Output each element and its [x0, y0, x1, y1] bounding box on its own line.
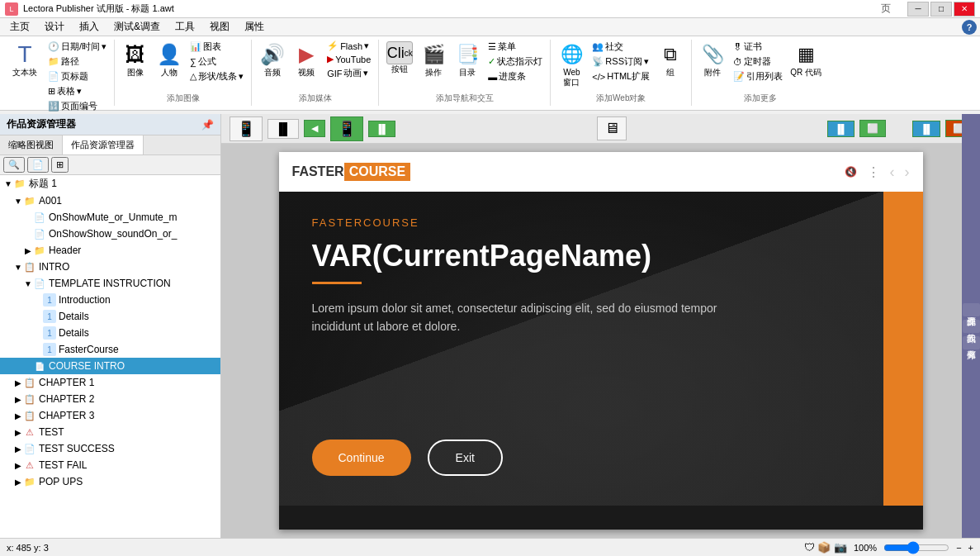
prev-icon[interactable]: ‹	[890, 164, 895, 181]
toggle-template[interactable]: ▼	[23, 279, 33, 288]
tree-item-test[interactable]: ▶ ⚠ TEST	[0, 424, 220, 440]
path-button[interactable]: 📁路径	[45, 55, 109, 69]
timer-button[interactable]: ⏱定时器	[731, 55, 785, 69]
animation-button[interactable]: GIF动画▾	[324, 66, 373, 80]
toggle-test-success[interactable]: ▶	[13, 444, 23, 454]
toggle-test[interactable]: ▶	[13, 428, 23, 437]
zoom-plus[interactable]: +	[968, 543, 973, 553]
html-ext-button[interactable]: </>HTML扩展	[589, 69, 652, 83]
continue-button[interactable]: Continue	[312, 440, 411, 476]
panel-pin-icon[interactable]: 📌	[201, 119, 214, 131]
button-btn[interactable]: Click 按钮	[384, 40, 415, 76]
sidebar-btn-library[interactable]: 我的库	[963, 320, 980, 333]
toggle-title1[interactable]: ▼	[3, 179, 13, 188]
next-icon[interactable]: ›	[905, 164, 910, 181]
toc-button[interactable]: 📑 目录	[452, 40, 483, 79]
tree-item-fastercourse-page[interactable]: 1 FasterCourse	[0, 341, 220, 358]
person-button[interactable]: 👤 人物	[154, 40, 185, 79]
device-split[interactable]: ▐▌	[368, 121, 396, 137]
maximize-button[interactable]: □	[930, 2, 952, 17]
image-button[interactable]: 🖼 图像	[120, 40, 151, 79]
toggle-ch1[interactable]: ▶	[13, 378, 23, 387]
exit-button[interactable]: Exit	[428, 440, 503, 476]
device-desktop[interactable]: 🖥	[597, 116, 627, 140]
tree-item-ch2[interactable]: ▶ 📋 CHAPTER 2	[0, 391, 220, 407]
qr-button[interactable]: ▦ QR 代码	[788, 40, 824, 79]
help-button[interactable]: ?	[962, 20, 977, 35]
menu-home[interactable]: 主页	[3, 18, 36, 36]
panel-tab-thumbnail[interactable]: 缩略图视图	[0, 135, 63, 154]
video-button[interactable]: ▶ 视频	[291, 40, 322, 79]
device-side3[interactable]: ▐▌	[912, 121, 940, 137]
device-side2[interactable]: ⬜	[859, 120, 886, 137]
sidebar-btn-storage[interactable]: 有储库	[963, 336, 980, 349]
device-side1[interactable]: ▐▌	[827, 121, 855, 137]
page-title-button[interactable]: 📄页标题	[45, 69, 109, 83]
ref-button[interactable]: 📝引用列表	[731, 69, 785, 83]
tree-item-course-intro[interactable]: 📄 COURSE INTRO	[0, 358, 220, 374]
tree-item-intro[interactable]: ▼ 📋 INTRO	[0, 259, 220, 275]
table-button[interactable]: ⊞表格▾	[45, 84, 109, 98]
toolbar-btn-1[interactable]: 🔍	[3, 157, 25, 173]
youtube-button[interactable]: ▶YouTube	[324, 53, 373, 65]
tree-item-a001[interactable]: ▼ 📁 A001	[0, 192, 220, 209]
tree-item-details1[interactable]: 1 Details	[0, 308, 220, 325]
group-button[interactable]: ⧉ 组	[655, 40, 686, 79]
volume-icon[interactable]: 🔇	[845, 166, 857, 178]
tree-item-template[interactable]: ▼ 📄 TEMPLATE INSTRUCTION	[0, 275, 220, 292]
device-small-tablet[interactable]: ▐▌	[267, 119, 299, 139]
menu-dots-icon[interactable]: ⋮	[867, 164, 880, 180]
device-tablet[interactable]: 📱	[330, 116, 363, 141]
menu-test[interactable]: 测试&调查	[107, 18, 167, 36]
tree-item-onshow2[interactable]: 📄 OnShowShow_soundOn_or_	[0, 226, 220, 242]
toggle-ch2[interactable]: ▶	[13, 395, 23, 404]
toggle-ch3[interactable]: ▶	[13, 411, 23, 421]
status-indicator-button[interactable]: ✓状态指示灯	[485, 55, 545, 69]
tree-item-test-success[interactable]: ▶ 📄 TEST SUCCESS	[0, 440, 220, 457]
device-back-btn[interactable]: ◀	[304, 120, 325, 137]
menu-insert[interactable]: 插入	[73, 18, 106, 36]
page-number-button[interactable]: 🔢页面编号	[45, 99, 109, 113]
social-button[interactable]: 👥社交	[589, 40, 652, 54]
tree-item-onshow1[interactable]: 📄 OnShowMute_or_Unmute_m	[0, 209, 220, 226]
toggle-intro[interactable]: ▼	[13, 263, 23, 272]
tree-item-ch1[interactable]: ▶ 📋 CHAPTER 1	[0, 374, 220, 391]
progress-button[interactable]: ▬进度条	[485, 69, 545, 83]
tree-item-test-fail[interactable]: ▶ ⚠ TEST FAIL	[0, 457, 220, 473]
action-button[interactable]: 🎬 操作	[418, 40, 449, 79]
toggle-header[interactable]: ▶	[23, 246, 33, 255]
menu-view[interactable]: 视图	[203, 18, 236, 36]
tree-item-intro-page[interactable]: 1 Introduction	[0, 292, 220, 308]
tree-item-ch3[interactable]: ▶ 📋 CHAPTER 3	[0, 407, 220, 424]
toggle-popups[interactable]: ▶	[13, 478, 23, 487]
sidebar-btn-resources[interactable]: 作品资源	[963, 303, 980, 316]
menu-design[interactable]: 设计	[38, 18, 71, 36]
toggle-a001[interactable]: ▼	[13, 197, 23, 206]
tree-item-title1[interactable]: ▼ 📁 标题 1	[0, 175, 220, 192]
datetime-button[interactable]: 🕐日期/时间▾	[45, 40, 109, 54]
minimize-button[interactable]: ─	[907, 2, 929, 17]
menu-properties[interactable]: 属性	[238, 18, 271, 36]
device-phone[interactable]: 📱	[230, 116, 263, 141]
toolbar-btn-2[interactable]: 📄	[27, 157, 49, 173]
tree-item-popups[interactable]: ▶ 📁 POP UPS	[0, 473, 220, 490]
audio-button[interactable]: 🔊 音频	[257, 40, 288, 79]
shape-button[interactable]: △形状/线条▾	[187, 69, 246, 83]
tree-item-details2[interactable]: 1 Details	[0, 325, 220, 341]
tree-item-header[interactable]: ▶ 📁 Header	[0, 242, 220, 259]
attachment-button[interactable]: 📎 附件	[697, 40, 728, 79]
panel-tab-resources[interactable]: 作品资源管理器	[63, 135, 144, 154]
close-button[interactable]: ✕	[954, 2, 975, 17]
toolbar-btn-3[interactable]: ⊞	[51, 157, 69, 173]
flash-button[interactable]: ⚡Flash▾	[324, 40, 373, 52]
menu-tools[interactable]: 工具	[168, 18, 201, 36]
zoom-slider[interactable]	[883, 541, 949, 554]
cert-button[interactable]: 🎖证书	[731, 40, 785, 54]
toggle-test-fail[interactable]: ▶	[13, 461, 23, 470]
rss-button[interactable]: 📡RSS订阅▾	[589, 55, 652, 69]
web-window-button[interactable]: 🌐 Web窗口	[556, 40, 587, 89]
zoom-minus[interactable]: −	[956, 543, 961, 553]
text-block-button[interactable]: T 文本块	[7, 40, 43, 79]
formula-button[interactable]: ∑公式	[187, 55, 246, 69]
menu-button[interactable]: ☰菜单	[485, 40, 545, 54]
